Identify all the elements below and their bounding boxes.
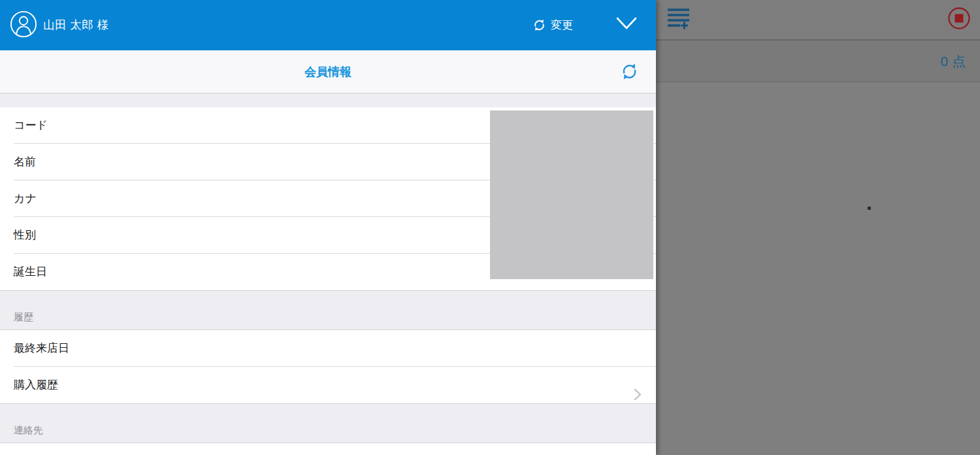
chevron-down-icon[interactable] [615, 15, 638, 32]
member-header-bar: 山田 太郎 様 変更 [0, 0, 656, 50]
page-title: 会員情報 [0, 50, 656, 93]
section-label: 履歴 [14, 311, 33, 324]
item-count-row: 0 点 [656, 41, 980, 82]
section-spacer [0, 93, 656, 107]
field-label: カナ [14, 192, 37, 205]
field-label: 誕生日 [14, 265, 47, 278]
field-label: 名前 [14, 156, 36, 168]
section-header-contact: 連絡先 [0, 403, 656, 443]
row-label: 最終来店日 [14, 342, 69, 354]
stop-record-icon[interactable] [947, 7, 971, 30]
row-last-visit-date: 最終来店日 [0, 330, 656, 367]
member-photo-placeholder [490, 110, 653, 279]
add-order-list-icon[interactable] [666, 7, 691, 31]
pos-app-screen: 山田 太郎 様 変更 [0, 0, 980, 455]
person-avatar-icon [10, 10, 37, 38]
section-header-history: 履歴 [0, 290, 656, 330]
register-navbar [656, 0, 980, 41]
cursor-dot [868, 207, 871, 210]
change-member-button[interactable]: 変更 [532, 0, 573, 50]
change-button-label: 変更 [551, 18, 573, 33]
member-name: 山田 太郎 様 [43, 0, 109, 50]
section-label: 連絡先 [14, 424, 43, 437]
field-label: コード [14, 119, 48, 131]
refresh-icon [532, 18, 546, 32]
row-label: 購入履歴 [14, 379, 58, 391]
row-purchase-history[interactable]: 購入履歴 [0, 367, 656, 403]
register-main-area [656, 82, 980, 452]
field-label: 性別 [14, 229, 36, 241]
reload-member-icon[interactable] [620, 62, 639, 81]
chevron-right-icon [634, 379, 642, 392]
member-info-panel: 山田 太郎 様 変更 [0, 0, 656, 455]
member-title-bar: 会員情報 [0, 50, 656, 93]
register-panel-dimmed-overlay: 0 点 [656, 0, 980, 455]
item-count-label: 0 点 [940, 54, 966, 69]
